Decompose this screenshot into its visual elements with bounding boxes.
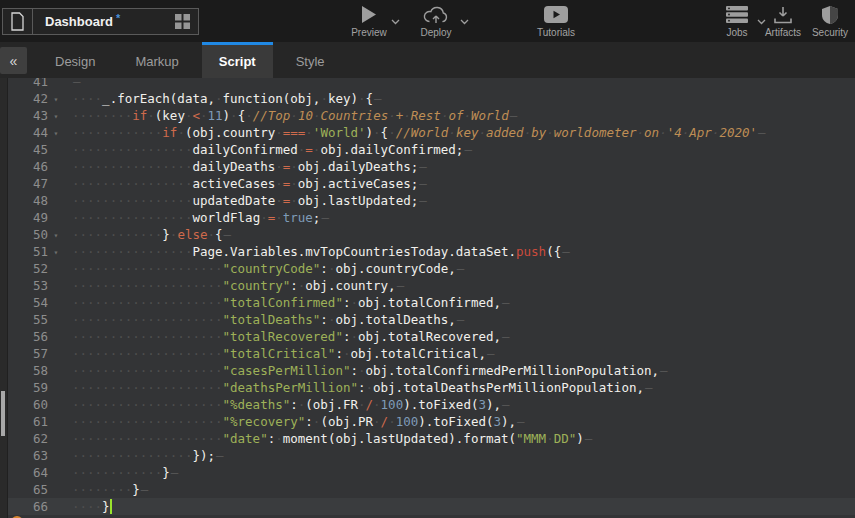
code-text[interactable]: ····················"%recovery":·(obj.PR… [64,414,525,429]
code-text[interactable]: ················});– [64,448,224,463]
line-number: 46 [8,158,48,175]
tab-style[interactable]: Style [279,42,342,78]
eol-marker: – [321,210,329,225]
chevron-down-icon[interactable] [391,19,400,25]
play-icon [361,5,377,24]
code-line[interactable]: 54····················"totalConfirmed":·… [8,294,855,311]
line-number: 57 [8,345,48,362]
jobs-button[interactable]: Jobs [716,4,758,38]
code-line[interactable]: 58····················"casesPerMillion":… [8,362,855,379]
code-text[interactable]: ····················"totalCritical":·obj… [64,346,494,361]
code-line[interactable]: 61····················"%recovery":·(obj.… [8,413,855,430]
tab-script[interactable]: Script [202,42,273,78]
code-text[interactable]: – [64,78,81,89]
code-line[interactable]: 47················activeCases·=·obj.acti… [8,175,855,192]
code-text[interactable]: ················Page.Variables.mvTopCoun… [64,244,570,259]
code-line[interactable]: 57····················"totalCritical":·o… [8,345,855,362]
code-line[interactable]: 43▾········if·(key·<·11)·{·//Top·10·Coun… [8,107,855,124]
code-text[interactable]: ················dailyConfirmed·=·obj.dai… [64,142,472,157]
code-line[interactable]: 53····················"country":·obj.cou… [8,277,855,294]
code-text[interactable]: ····_.forEach(data,·function(obj,·key)·{… [64,91,382,106]
eol-marker: – [502,295,510,310]
left-scrollbar-thumb[interactable] [1,391,5,436]
page-icon-button[interactable] [2,8,33,35]
code-line[interactable]: 59····················"deathsPerMillion"… [8,379,855,396]
line-number: 61 [8,413,48,430]
line-number: 59 [8,379,48,396]
fold-arrow-icon[interactable]: ▾ [48,125,64,142]
code-line[interactable]: 48················updatedDate·=·obj.last… [8,192,855,209]
code-line[interactable]: 50▾············}·else·{– [8,226,855,243]
code-line[interactable]: 63················});– [8,447,855,464]
text-cursor [110,499,112,514]
code-text[interactable]: ············}·else·{– [64,227,231,242]
app-window: Dashboard* Preview Deploy [0,0,855,518]
code-text[interactable]: ················updatedDate·=·obj.lastUp… [64,193,427,208]
page-name-button[interactable]: Dashboard* [33,8,199,35]
line-number: 49 [8,209,48,226]
code-text[interactable]: ····················"country":·obj.count… [64,278,404,293]
fold-arrow-icon[interactable]: ▾ [48,91,64,108]
line-number: 48 [8,192,48,209]
tutorials-button[interactable]: Tutorials [531,4,581,38]
code-line[interactable]: 64············}– [8,464,855,481]
code-line[interactable]: 41– [8,78,855,90]
code-line[interactable]: 55····················"totalDeaths":·obj… [8,311,855,328]
code-text[interactable]: ····················"totalDeaths":·obj.t… [64,312,464,327]
code-text[interactable]: ····················"countryCode":·obj.c… [64,261,464,276]
code-text[interactable]: ········if·(key·<·11)·{·//Top·10·Countri… [64,108,517,123]
code-text[interactable]: ····················"totalConfirmed":·ob… [64,295,510,310]
unsaved-marker: * [116,12,120,24]
eol-marker: – [457,312,465,327]
editor-tabs: DesignMarkupScriptStyle [38,42,342,78]
code-text[interactable]: ····················"totalRecovered":·ob… [64,329,510,344]
tab-markup[interactable]: Markup [118,42,195,78]
code-line[interactable]: 49················worldFlag·=·true;– [8,209,855,226]
tab-design[interactable]: Design [38,42,112,78]
artifacts-button[interactable]: Artifacts [760,4,806,38]
code-text[interactable]: ····} [64,499,112,514]
code-line[interactable]: 42▾····_.forEach(data,·function(obj,·key… [8,90,855,107]
eol-marker: – [510,108,518,123]
line-number: 62 [8,430,48,447]
code-line[interactable]: 56····················"totalRecovered":·… [8,328,855,345]
code-editor[interactable]: 41–42▾····_.forEach(data,·function(obj,·… [0,78,855,518]
code-text[interactable]: ····················"deathsPerMillion":·… [64,380,653,395]
code-text[interactable]: ········}– [64,482,148,497]
code-text[interactable]: ····················"%deaths":·(obj.FR·/… [64,397,510,412]
line-number: 56 [8,328,48,345]
code-rows[interactable]: 41–42▾····_.forEach(data,·function(obj,·… [8,78,855,518]
code-line[interactable]: 52····················"countryCode":·obj… [8,260,855,277]
code-text[interactable]: ····················"date":·moment(obj.l… [64,431,592,446]
code-line[interactable]: 51▾················Page.Variables.mvTopC… [8,243,855,260]
code-line[interactable]: 62····················"date":·moment(obj… [8,430,855,447]
deploy-button[interactable]: Deploy [412,4,460,38]
line-number: 66 [8,498,48,515]
eol-marker: – [419,176,427,191]
code-line[interactable]: 44▾············if·(obj.country·===·'Worl… [8,124,855,141]
security-button[interactable]: Security [808,4,852,38]
code-text[interactable]: ············}– [64,465,178,480]
fold-arrow-icon[interactable]: ▾ [48,244,64,261]
preview-button[interactable]: Preview [346,4,392,38]
code-line[interactable]: 65········}– [8,481,855,498]
code-line[interactable]: 46················dailyDeaths·=·obj.dail… [8,158,855,175]
fold-arrow-icon[interactable]: ▾ [48,108,64,125]
line-number: 50 [8,226,48,243]
code-line[interactable]: 45················dailyConfirmed·=·obj.d… [8,141,855,158]
shield-icon [821,5,839,25]
eol-marker: – [585,431,593,446]
fold-arrow-icon[interactable]: ▾ [48,227,64,244]
code-line[interactable]: 60····················"%deaths":·(obj.FR… [8,396,855,413]
chevron-down-icon[interactable] [460,19,469,25]
code-text[interactable]: ············if·(obj.country·===·'World')… [64,125,766,140]
code-line[interactable]: 66····} [8,498,855,515]
line-number: 42 [8,90,48,107]
code-text[interactable]: ················activeCases·=·obj.active… [64,176,427,191]
pages-grid-icon[interactable] [175,14,190,29]
collapse-panel-button[interactable]: « [0,47,27,74]
code-text[interactable]: ····················"casesPerMillion":·o… [64,363,668,378]
eol-marker: – [457,261,465,276]
code-text[interactable]: ················worldFlag·=·true;– [64,210,329,225]
code-text[interactable]: ················dailyDeaths·=·obj.dailyD… [64,159,427,174]
